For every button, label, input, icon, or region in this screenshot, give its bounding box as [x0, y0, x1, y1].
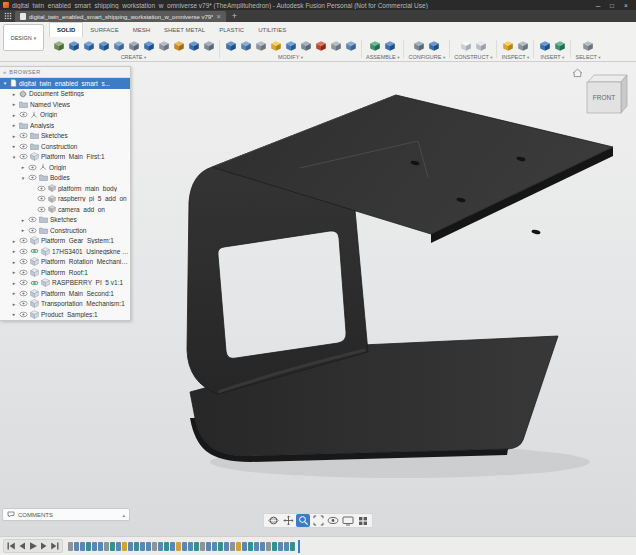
timeline-feature-icon[interactable]	[128, 542, 133, 551]
timeline-feature-icon[interactable]	[182, 542, 187, 551]
expand-right-icon[interactable]: ▸	[11, 122, 17, 128]
timeline-feature-icon[interactable]	[206, 542, 211, 551]
collapse-panel-icon[interactable]: «	[3, 69, 6, 75]
eye-icon[interactable]	[37, 195, 46, 202]
play-button[interactable]	[28, 541, 38, 551]
eye-icon[interactable]	[19, 132, 28, 139]
fit-tool-icon[interactable]	[311, 514, 325, 527]
timeline-feature-icon[interactable]	[134, 542, 139, 551]
expand-right-icon[interactable]: ▸	[11, 238, 17, 244]
timeline-feature-icon[interactable]	[146, 542, 151, 551]
create-tool-icon[interactable]	[187, 39, 200, 52]
step-forward-button[interactable]	[39, 541, 49, 551]
workspace-selector[interactable]: DESIGN ▾	[3, 24, 44, 51]
timeline-feature-icon[interactable]	[242, 542, 247, 551]
timeline-feature-icon[interactable]	[284, 542, 289, 551]
eye-icon[interactable]	[19, 290, 28, 297]
timeline-feature-icon[interactable]	[266, 542, 271, 551]
insert-tool-icon[interactable]	[553, 39, 566, 52]
timeline-feature-icon[interactable]	[80, 542, 85, 551]
modify-tool-icon[interactable]	[224, 39, 237, 52]
create-tool-icon[interactable]	[127, 39, 140, 52]
home-icon[interactable]	[573, 69, 582, 76]
eye-icon[interactable]	[19, 143, 28, 150]
create-tool-icon[interactable]	[82, 39, 95, 52]
eye-icon[interactable]	[28, 164, 37, 171]
group-label-select[interactable]: SELECT ▾	[575, 54, 600, 60]
browser-row-origin[interactable]: ▸Origin	[0, 110, 130, 121]
browser-row-camera-add-on[interactable]: camera_add_on	[0, 204, 130, 215]
timeline-feature-icon[interactable]	[98, 542, 103, 551]
file-tab[interactable]: digital_twin_enabled_smart_shipping_work…	[15, 11, 226, 22]
expand-right-icon[interactable]: ▸	[11, 280, 17, 286]
timeline-feature-icon[interactable]	[140, 542, 145, 551]
eye-icon[interactable]	[19, 248, 28, 255]
browser-row-platform-main-second-1[interactable]: ▸Platform_Main_Second:1	[0, 288, 130, 299]
timeline-feature-icon[interactable]	[158, 542, 163, 551]
timeline-feature-icon[interactable]	[194, 542, 199, 551]
timeline-feature-icon[interactable]	[188, 542, 193, 551]
create-tool-icon[interactable]	[202, 39, 215, 52]
ribbon-tab-plastic[interactable]: PLASTIC	[212, 22, 251, 37]
data-panel-toggle[interactable]	[0, 10, 15, 22]
ribbon-tab-surface[interactable]: SURFACE	[83, 22, 125, 37]
expand-down-icon[interactable]: ▾	[20, 175, 26, 181]
orbit-tool-icon[interactable]	[266, 514, 280, 527]
expand-right-icon[interactable]: ▸	[11, 259, 17, 265]
eye-icon[interactable]	[37, 185, 46, 192]
modify-tool-icon[interactable]	[239, 39, 252, 52]
pan-tool-icon[interactable]	[281, 514, 295, 527]
browser-row-raspberry-pi-5-v1-1[interactable]: ▸RASPBERRY_PI_5 v1:1	[0, 278, 130, 289]
timeline-feature-icon[interactable]	[290, 542, 295, 551]
grid-tool-icon[interactable]	[356, 514, 370, 527]
timeline-feature-icon[interactable]	[152, 542, 157, 551]
expand-right-icon[interactable]: ▸	[11, 101, 17, 107]
browser-row-platform-main-first-1[interactable]: ▾Platform_Main_First:1	[0, 152, 130, 163]
expand-right-icon[interactable]: ▸	[11, 269, 17, 275]
ribbon-tab-sheet-metal[interactable]: SHEET METAL	[157, 22, 212, 37]
skip-start-button[interactable]	[6, 541, 16, 551]
browser-row-sketches[interactable]: ▸Sketches	[0, 215, 130, 226]
browser-row-platform-roof-1[interactable]: ▸Platform_Roof:1	[0, 267, 130, 278]
eye-icon[interactable]	[28, 216, 37, 223]
timeline-feature-icon[interactable]	[278, 542, 283, 551]
browser-row-construction[interactable]: ▸Construction	[0, 141, 130, 152]
model-base-face[interactable]	[190, 336, 558, 456]
timeline-feature-icon[interactable]	[104, 542, 109, 551]
select-tool-icon[interactable]	[582, 39, 595, 52]
browser-row-construction[interactable]: ▸Construction	[0, 225, 130, 236]
expand-right-icon[interactable]: ▸	[11, 301, 17, 307]
modify-tool-icon[interactable]	[254, 39, 267, 52]
timeline-feature-icon[interactable]	[170, 542, 175, 551]
expand-right-icon[interactable]: ▸	[11, 290, 17, 296]
browser-row-named-views[interactable]: ▸Named Views	[0, 99, 130, 110]
look-tool-icon[interactable]	[326, 514, 340, 527]
inspect-tool-icon[interactable]	[516, 39, 529, 52]
create-tool-icon[interactable]	[157, 39, 170, 52]
viewcube-cube[interactable]: FRONT	[587, 75, 627, 113]
modify-tool-icon[interactable]	[299, 39, 312, 52]
browser-row-product-samples-1[interactable]: ▸Product_Samples:1	[0, 309, 130, 320]
assemble-tool-icon[interactable]	[369, 39, 382, 52]
timeline-feature-icon[interactable]	[224, 542, 229, 551]
expand-right-icon[interactable]: ▸	[20, 164, 26, 170]
viewport-canvas[interactable]: « BROWSER ▾digital_twin_enabled_smart_s.…	[0, 62, 636, 536]
timeline-feature-icon[interactable]	[164, 542, 169, 551]
create-tool-icon[interactable]	[52, 39, 65, 52]
assemble-tool-icon[interactable]	[384, 39, 397, 52]
browser-row-raspberry-pi-5-add-on[interactable]: raspberry_pi_5_add_on	[0, 194, 130, 205]
tab-close-icon[interactable]: ×	[216, 13, 220, 21]
timeline-feature-icon[interactable]	[218, 542, 223, 551]
expand-right-icon[interactable]: ▸	[11, 311, 17, 317]
eye-icon[interactable]	[28, 174, 37, 181]
browser-row-sketches[interactable]: ▸Sketches	[0, 131, 130, 142]
timeline-feature-icon[interactable]	[92, 542, 97, 551]
timeline-feature-icon[interactable]	[248, 542, 253, 551]
expand-right-icon[interactable]: ▸	[11, 91, 17, 97]
create-tool-icon[interactable]	[112, 39, 125, 52]
configure-tool-icon[interactable]	[413, 39, 426, 52]
ribbon-tab-solid[interactable]: SOLID	[49, 22, 83, 37]
browser-row-17hs3401-usinegskne-v[interactable]: ▸17HS3401_Usinegskne v...	[0, 246, 130, 257]
comments-bar[interactable]: COMMENTS ▴	[2, 508, 130, 521]
create-tool-icon[interactable]	[97, 39, 110, 52]
